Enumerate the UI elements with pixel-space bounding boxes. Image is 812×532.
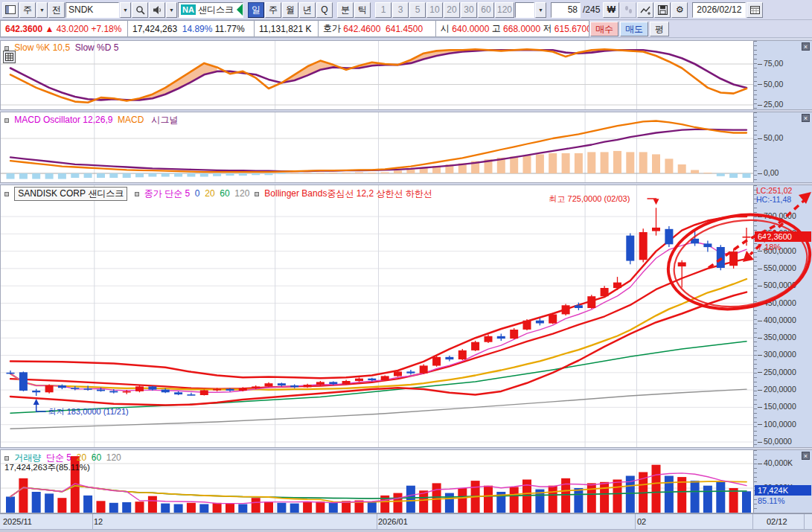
- symbol-search-button[interactable]: [132, 2, 148, 18]
- price-change-pct: +7.18%: [91, 24, 121, 34]
- macd-legend: MACD Oscillator 12,26,9 MACD 시그널: [4, 114, 178, 126]
- timeframe-month-button[interactable]: 월: [282, 2, 298, 18]
- close-icon[interactable]: ×: [802, 42, 810, 51]
- interval-3-button[interactable]: 3: [392, 2, 409, 18]
- calendar-button[interactable]: [747, 2, 763, 18]
- current-volume-badge: 17,424K: [755, 485, 811, 496]
- turnover-pct: 14.89%: [182, 24, 213, 34]
- date-axis-label: 2025/11: [3, 517, 32, 526]
- interval-1-button[interactable]: 1: [375, 2, 391, 18]
- settings-button[interactable]: ⚙: [671, 2, 688, 18]
- slow-axis-gutter[interactable]: × 75,0050,0025,00: [753, 41, 812, 109]
- save-button[interactable]: [654, 2, 671, 18]
- steps-tool-button[interactable]: [620, 2, 636, 18]
- panel-toggle-icon: [5, 5, 16, 14]
- symbol-title-box[interactable]: SANDISK CORP 샌디스크: [14, 187, 127, 201]
- slow-legend: Slow %K 10,5 Slow %D 5: [4, 42, 118, 53]
- ask-price: 642.4600: [343, 24, 380, 34]
- buy-button[interactable]: 매수: [590, 22, 618, 36]
- avg-button[interactable]: 평: [650, 22, 669, 36]
- calendar-icon: [750, 5, 760, 14]
- axis-label: 350,0000: [758, 333, 796, 342]
- interval-120-button[interactable]: 120: [495, 2, 514, 18]
- price-cell: 642.3600 ▲ 43.0200 +7.18%: [0, 20, 128, 37]
- axis-label: 700,0000: [758, 211, 796, 220]
- date-axis-label: 02: [637, 517, 646, 526]
- open-price: 640.0000: [452, 24, 489, 34]
- high-price: 668.0000: [503, 24, 540, 34]
- symbol-name-field[interactable]: NA 샌디스크: [178, 2, 243, 18]
- sound-dropdown-arrow-icon[interactable]: ▼: [166, 2, 177, 18]
- axis-label: 300,0000: [758, 350, 796, 359]
- main-legend: SANDISK CORP 샌디스크 종가 단순 5 0 20 60 120 Bo…: [4, 187, 432, 201]
- macd-axis-gutter[interactable]: × 50,000,00: [753, 112, 812, 182]
- timeframe-week-button[interactable]: 주: [265, 2, 281, 18]
- date-input[interactable]: 2026/02/12: [692, 2, 746, 18]
- timeframe-day-button[interactable]: 일: [248, 2, 264, 18]
- panel-toggle-button[interactable]: [2, 2, 19, 18]
- speaker-icon: [152, 5, 162, 15]
- price-chart-panel: SANDISK CORP 샌디스크 종가 단순 5 0 20 60 120 Bo…: [0, 185, 812, 448]
- axis-label: 500,0000: [758, 281, 796, 289]
- axis-label: 25,00: [758, 100, 783, 109]
- sound-button[interactable]: [149, 2, 165, 18]
- search-icon: [135, 5, 145, 15]
- sell-button[interactable]: 매도: [620, 22, 648, 36]
- price-axis-gutter[interactable]: LC:251,02 HC:-11,48 642,3600 7.18% 700,0…: [753, 185, 812, 447]
- interval-30-button[interactable]: 30: [461, 2, 477, 18]
- slow-d-legend: Slow %D 5: [75, 42, 119, 53]
- interval-5-button[interactable]: 5: [409, 2, 426, 18]
- svg-text:최고 725,0000 (02/03): 최고 725,0000 (02/03): [549, 194, 630, 203]
- hoga-label: 호가: [323, 22, 341, 35]
- axis-separator: [377, 514, 377, 529]
- up-arrow-icon: ▲: [45, 24, 54, 34]
- axis-label: 50,0000: [758, 437, 792, 446]
- open-label: 시: [441, 22, 450, 35]
- timeframe-quarter-button[interactable]: Q: [316, 2, 333, 18]
- axis-separator: [752, 514, 753, 529]
- volume-value: 17,424,263: [132, 24, 177, 34]
- vol-ma120-legend: 120: [106, 452, 121, 463]
- interval-20-button[interactable]: 20: [444, 2, 460, 18]
- save-icon: [658, 5, 668, 15]
- close-icon[interactable]: ×: [802, 452, 810, 460]
- period-combo-arrow-icon[interactable]: ▼: [36, 2, 48, 18]
- main-toolbar: 주 ▼ 전 SNDK ▼ ▼ NA 샌디스크 일 주 월 년 Q 분 틱 1 3…: [0, 0, 812, 20]
- axis-label: 200,0000: [758, 385, 796, 394]
- axis-label: 100,0000: [758, 420, 796, 429]
- amount-unit: K: [306, 24, 312, 34]
- current-volume-pct: 85.11%: [758, 496, 785, 505]
- draw-tool-button[interactable]: [637, 2, 653, 18]
- volume-axis-gutter[interactable]: × 17,424K 85.11% 40,000K20,000K: [753, 450, 812, 513]
- chart-grid-tool-button[interactable]: [3, 51, 16, 63]
- custom-interval-input[interactable]: [515, 2, 534, 18]
- volume-cell: 17,424,263 14.89% 11.77%: [128, 20, 255, 37]
- close-icon[interactable]: ×: [802, 114, 810, 122]
- high-label: 고: [492, 22, 501, 35]
- timeframe-year-button[interactable]: 년: [299, 2, 316, 18]
- mode-minute-button[interactable]: 분: [337, 2, 354, 18]
- axis-separator: [635, 514, 636, 529]
- custom-interval-arrow-icon[interactable]: ▼: [535, 2, 546, 18]
- prev-symbol-button[interactable]: 전: [48, 2, 65, 18]
- current-price: 642.3600: [5, 24, 42, 34]
- period-combo[interactable]: 주: [19, 2, 36, 18]
- interval-60-button[interactable]: 60: [478, 2, 494, 18]
- low-price: 615.6700: [554, 24, 589, 34]
- price-change: 43.0200: [57, 24, 89, 34]
- date-axis[interactable]: 2025/11122026/010202/12: [0, 513, 812, 530]
- hoga-cell: 호가 642.4600 641.4500: [319, 20, 436, 37]
- candlestick-plot[interactable]: 최고 725,0000 (02/03)최저 183,0000 (11/21): [1, 185, 753, 447]
- vol-ma60-legend: 60: [92, 452, 101, 463]
- vol-ma5-legend: 단순 5: [46, 452, 71, 463]
- axis-label: 150,0000: [758, 402, 796, 411]
- ma20-legend: 20: [205, 188, 214, 199]
- interval-10-button[interactable]: 10: [426, 2, 443, 18]
- volume-label: 거래량: [14, 452, 41, 463]
- hc-value: HC:-11,48: [756, 195, 791, 204]
- bar-count-input[interactable]: 58: [551, 2, 581, 18]
- symbol-dropdown-arrow-icon[interactable]: ▼: [120, 2, 131, 18]
- symbol-code-input[interactable]: SNDK: [65, 2, 119, 18]
- mode-tick-button[interactable]: 틱: [354, 2, 371, 18]
- won-tool-button[interactable]: ₩: [603, 2, 619, 18]
